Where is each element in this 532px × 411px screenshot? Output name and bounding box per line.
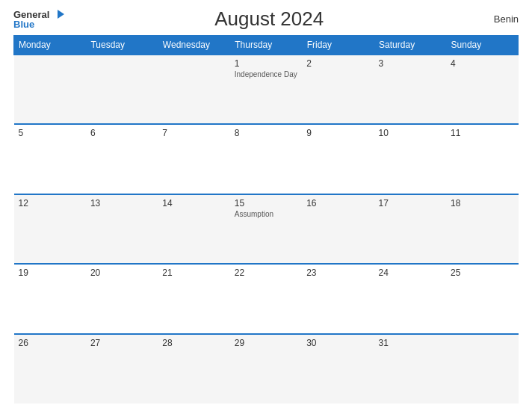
calendar-cell: 17	[374, 194, 446, 264]
day-number: 28	[162, 338, 225, 348]
day-number: 13	[90, 198, 153, 208]
calendar-week-row: 567891011	[14, 124, 519, 194]
day-number: 8	[235, 128, 297, 138]
day-number: 18	[451, 198, 513, 208]
calendar-cell: 27	[86, 334, 158, 404]
day-number: 5	[19, 128, 81, 138]
day-number: 25	[451, 268, 513, 278]
logo-text-blue: Blue	[13, 19, 34, 29]
logo-text-general: General	[13, 10, 49, 19]
day-number: 30	[306, 338, 369, 348]
calendar-cell: 15Assumption	[230, 194, 302, 264]
calendar-week-row: 12131415Assumption161718	[14, 194, 519, 264]
calendar-cell	[446, 334, 518, 404]
weekday-header-tuesday: Tuesday	[86, 36, 158, 55]
calendar-cell: 21	[158, 264, 229, 333]
calendar-cell: 2	[302, 55, 374, 124]
day-number: 15	[235, 198, 297, 208]
weekday-row: MondayTuesdayWednesdayThursdayFridaySatu…	[14, 36, 519, 55]
day-number: 22	[235, 268, 297, 278]
calendar-cell: 13	[86, 194, 158, 264]
day-number: 31	[379, 338, 442, 348]
calendar-cell	[14, 55, 86, 124]
day-number: 14	[162, 198, 225, 208]
day-event: Independence Day	[235, 70, 297, 78]
day-number: 29	[235, 338, 297, 348]
day-number: 11	[451, 128, 513, 138]
weekday-header-friday: Friday	[302, 36, 374, 55]
day-number: 6	[90, 128, 153, 138]
day-number: 10	[379, 128, 442, 138]
day-number: 24	[379, 268, 442, 278]
calendar-cell: 16	[302, 194, 374, 264]
calendar-cell	[86, 55, 158, 124]
day-number: 4	[451, 58, 513, 69]
day-number: 16	[306, 198, 369, 208]
day-number: 19	[19, 268, 81, 278]
calendar-cell: 24	[374, 264, 446, 333]
calendar-cell: 30	[302, 334, 374, 404]
weekday-header-monday: Monday	[14, 36, 86, 55]
calendar-cell: 29	[230, 334, 302, 404]
calendar-title: August 2024	[214, 7, 324, 31]
day-number: 27	[90, 338, 153, 348]
calendar-cell: 7	[158, 124, 229, 194]
day-number: 12	[19, 198, 81, 208]
weekday-header-wednesday: Wednesday	[158, 36, 229, 55]
country-label: Benin	[474, 13, 519, 25]
calendar-cell: 31	[374, 334, 446, 404]
calendar-cell: 3	[374, 55, 446, 124]
calendar-cell: 26	[14, 334, 86, 404]
calendar-cell: 6	[86, 124, 158, 194]
calendar-cell: 25	[446, 264, 518, 333]
day-number: 23	[306, 268, 369, 278]
svg-marker-0	[58, 10, 64, 19]
calendar-cell: 5	[14, 124, 86, 194]
day-event: Assumption	[235, 210, 297, 218]
calendar-cell: 11	[446, 124, 518, 194]
weekday-header-thursday: Thursday	[230, 36, 302, 55]
day-number: 7	[162, 128, 225, 138]
logo-flag-icon	[51, 10, 64, 19]
calendar-cell: 22	[230, 264, 302, 333]
calendar-body: 1Independence Day23456789101112131415Ass…	[14, 55, 519, 404]
day-number: 21	[162, 268, 225, 278]
calendar-cell: 1Independence Day	[230, 55, 302, 124]
day-number: 9	[306, 128, 369, 138]
calendar-week-row: 1Independence Day234	[14, 55, 519, 124]
calendar-week-row: 19202122232425	[14, 264, 519, 333]
day-number: 2	[306, 58, 369, 69]
calendar-cell: 19	[14, 264, 86, 333]
logo: General Blue	[13, 10, 64, 29]
calendar-cell: 12	[14, 194, 86, 264]
calendar-table: MondayTuesdayWednesdayThursdayFridaySatu…	[13, 35, 519, 404]
day-number: 3	[379, 58, 442, 69]
page-header: General Blue August 2024 Benin	[13, 7, 519, 31]
weekday-header-sunday: Sunday	[446, 36, 518, 55]
weekday-header-saturday: Saturday	[374, 36, 446, 55]
day-number: 1	[235, 58, 297, 69]
day-number: 17	[379, 198, 442, 208]
calendar-cell	[158, 55, 229, 124]
calendar-cell: 23	[302, 264, 374, 333]
calendar-cell: 18	[446, 194, 518, 264]
calendar-cell: 28	[158, 334, 229, 404]
calendar-cell: 9	[302, 124, 374, 194]
calendar-cell: 8	[230, 124, 302, 194]
day-number: 20	[90, 268, 153, 278]
calendar-cell: 10	[374, 124, 446, 194]
calendar-cell: 20	[86, 264, 158, 333]
calendar-cell: 4	[446, 55, 518, 124]
calendar-header: MondayTuesdayWednesdayThursdayFridaySatu…	[14, 36, 519, 55]
calendar-week-row: 262728293031	[14, 334, 519, 404]
calendar-cell: 14	[158, 194, 229, 264]
day-number: 26	[19, 338, 81, 348]
